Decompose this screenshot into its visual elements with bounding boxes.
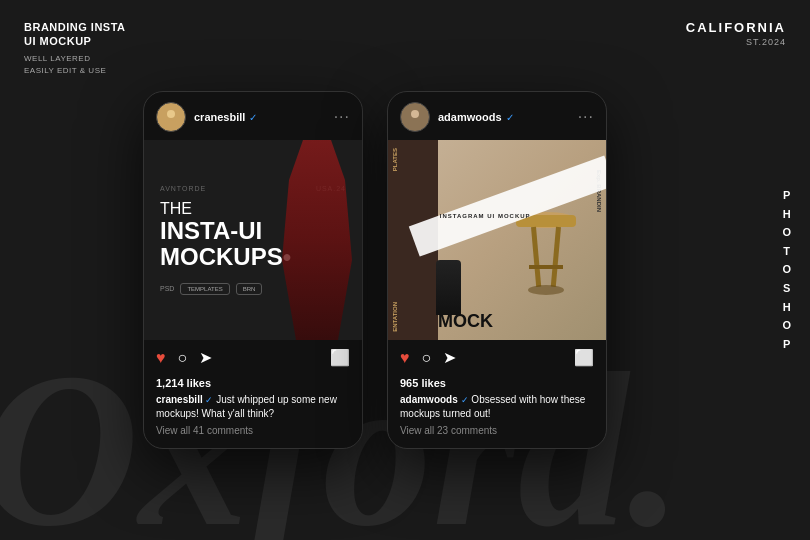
top-right-label: CALIFORNIA ST.2024 — [686, 20, 786, 47]
card1-caption-verify: ✓ — [205, 395, 213, 405]
card2-header: adamwoods ✓ ··· — [388, 92, 606, 140]
svg-point-9 — [528, 285, 564, 295]
year-text: ST.2024 — [686, 37, 786, 47]
card2-share-button[interactable]: ➤ — [443, 348, 456, 367]
card1-post-image: AVNTORDE USA.24 THE INSTA-UI MOCKUPS• PS… — [144, 140, 362, 340]
card-cranesbill: cranesbill ✓ ··· AVNTORDE USA.24 THE INS… — [143, 91, 363, 449]
svg-point-0 — [167, 110, 175, 118]
svg-point-3 — [408, 120, 422, 127]
svg-rect-6 — [531, 227, 541, 287]
svg-point-1 — [164, 120, 178, 127]
card1-label-left: AVNTORDE — [160, 185, 206, 192]
card2-likes: 965 likes — [400, 377, 594, 389]
location-text: CALIFORNIA — [686, 20, 786, 35]
avatar-cranesbill — [156, 102, 186, 132]
card1-tag-brn: BRN — [236, 283, 263, 295]
card2-bookmark-button[interactable]: ⬜ — [574, 348, 594, 367]
card2-more-button[interactable]: ··· — [578, 108, 594, 126]
card1-more-button[interactable]: ··· — [334, 108, 350, 126]
brand-title: BRANDING INSTA UI MOCKUP — [24, 20, 126, 49]
card1-comment-button[interactable]: ○ — [178, 349, 188, 367]
card1-caption-user: cranesbill — [156, 394, 203, 405]
card2-comment-button[interactable]: ○ — [422, 349, 432, 367]
card1-main-text: THE INSTA-UI MOCKUPS• — [160, 200, 291, 270]
card1-verified: ✓ — [249, 112, 257, 123]
card1-caption: cranesbill ✓ Just whipped up some new mo… — [156, 393, 350, 421]
avatar-adamwoods — [400, 102, 430, 132]
card2-view-comments[interactable]: View all 23 comments — [400, 425, 594, 436]
card2-action-bar: ♥ ○ ➤ ⬜ — [388, 340, 606, 375]
card1-footer: 1,214 likes cranesbill ✓ Just whipped up… — [144, 375, 362, 448]
vertical-photoshop-text: P H O T O S H O P — [782, 187, 792, 353]
card1-figure — [282, 140, 352, 340]
brand-subtitle: WELL LAYERED EASILY EDIT & USE — [24, 53, 126, 77]
card-adamwoods: adamwoods ✓ ··· PLATES ENTATION INSTAGRA… — [387, 91, 607, 449]
card1-bottom-tags: PSD TEMPLATES BRN — [160, 283, 262, 295]
card1-tag-templates: TEMPLATES — [180, 283, 229, 295]
card1-action-bar: ♥ ○ ➤ ⬜ — [144, 340, 362, 375]
card2-mock-text: MOCK — [438, 311, 493, 332]
card1-psd: PSD — [160, 285, 174, 292]
card2-username-row: adamwoods ✓ — [438, 111, 570, 123]
card2-like-button[interactable]: ♥ — [400, 349, 410, 367]
brand-info: BRANDING INSTA UI MOCKUP WELL LAYERED EA… — [24, 20, 126, 77]
card1-likes: 1,214 likes — [156, 377, 350, 389]
svg-point-2 — [411, 110, 419, 118]
card1-bookmark-button[interactable]: ⬜ — [330, 348, 350, 367]
card2-caption-user: adamwoods — [400, 394, 458, 405]
card1-share-button[interactable]: ➤ — [199, 348, 212, 367]
card1-like-button[interactable]: ♥ — [156, 349, 166, 367]
card1-header: cranesbill ✓ ··· — [144, 92, 362, 140]
card2-verified: ✓ — [506, 112, 514, 123]
svg-rect-7 — [551, 227, 561, 287]
svg-rect-8 — [529, 265, 563, 269]
card2-username: adamwoods — [438, 111, 502, 123]
card2-caption-verify: ✓ — [461, 395, 469, 405]
card2-plates-text: PLATES — [392, 148, 434, 171]
card2-boot — [436, 260, 461, 315]
card1-username: cranesbill — [194, 111, 245, 123]
card1-view-comments[interactable]: View all 41 comments — [156, 425, 350, 436]
card2-caption: adamwoods ✓ Obsessed with how these mock… — [400, 393, 594, 421]
card2-post-image: PLATES ENTATION INSTAGRAM UI MOCKUP Exp.… — [388, 140, 606, 340]
card1-username-row: cranesbill ✓ — [194, 111, 326, 123]
phones-container: cranesbill ✓ ··· AVNTORDE USA.24 THE INS… — [143, 91, 607, 449]
card2-footer: 965 likes adamwoods ✓ Obsessed with how … — [388, 375, 606, 448]
card2-entation-text: ENTATION — [392, 302, 434, 332]
card2-strip-text: INSTAGRAM UI MOCKUP — [440, 213, 531, 219]
